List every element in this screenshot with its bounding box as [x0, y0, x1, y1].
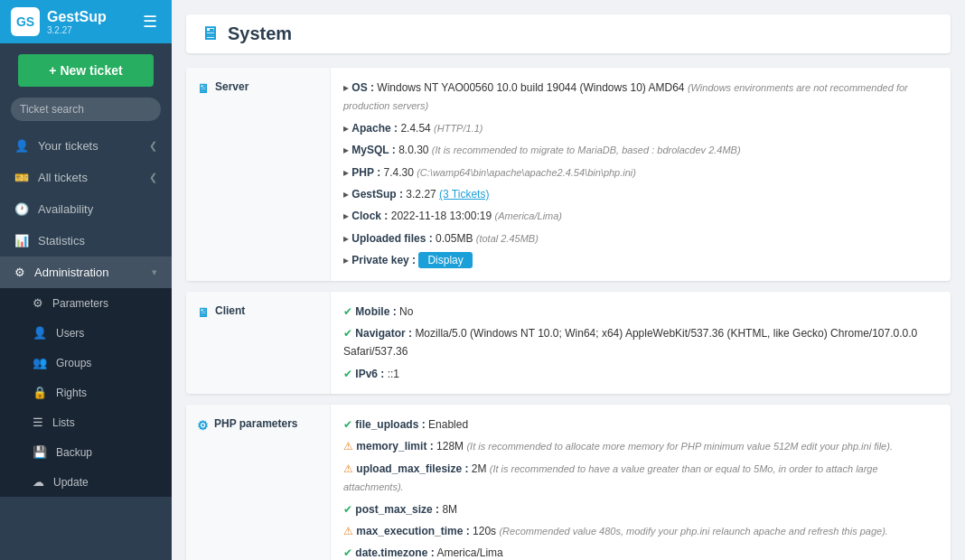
- gestsup-bullet: ▸: [343, 188, 351, 201]
- admin-sub-nav: ⚙ Parameters 👤 Users 👥 Groups 🔒 Rights ☰…: [0, 288, 172, 497]
- uploaded-note: (total 2.45MB): [476, 233, 539, 244]
- app-name: GestSup: [47, 9, 107, 25]
- max-exec-value: 120s: [473, 525, 499, 537]
- page-title-text: System: [228, 23, 292, 44]
- max-exec-key: max_execution_time :: [356, 525, 469, 537]
- sub-nav-update[interactable]: ☁ Update: [0, 467, 172, 497]
- ipv6-ok-icon: ✔: [343, 368, 355, 380]
- post-max-ok: ✔: [343, 503, 355, 516]
- sidebar-title-area: GestSup 3.2.27: [47, 9, 107, 35]
- post-max-value: 8M: [442, 503, 457, 516]
- gestsup-row: ▸ GestSup : 3.2.27 (3 Tickets): [343, 183, 938, 205]
- apache-note: (HTTP/1.1): [434, 123, 482, 134]
- display-key-button[interactable]: Display: [418, 252, 472, 268]
- sidebar-item-all-tickets[interactable]: 🎫 All tickets ❮: [0, 162, 172, 193]
- client-label-text: Client: [215, 304, 245, 317]
- sidebar-item-administration[interactable]: ⚙ Administration ▾: [0, 257, 172, 288]
- sub-nav-parameters[interactable]: ⚙ Parameters: [0, 288, 172, 318]
- upload-max-key: upload_max_filesize :: [356, 462, 468, 475]
- sidebar-item-statistics[interactable]: 📊 Statistics: [0, 225, 172, 257]
- php-bullet: ▸: [343, 166, 351, 179]
- clock-key: Clock :: [351, 210, 388, 222]
- search-input[interactable]: [11, 98, 161, 121]
- php-params-icon: ⚙: [197, 418, 209, 433]
- page-title: 🖥 System: [186, 14, 951, 53]
- lists-icon: ☰: [33, 415, 43, 429]
- server-section: 🖥 Server ▸ OS : Windows NT YAO00560 10.0…: [186, 68, 951, 281]
- sub-nav-lists[interactable]: ☰ Lists: [0, 407, 172, 437]
- private-key-bullet: ▸: [343, 254, 351, 266]
- php-note: (C:\wamp64\bin\apache\apache2.4.54\bin\p…: [417, 167, 636, 178]
- rights-label: Rights: [56, 387, 87, 399]
- file-uploads-value: Enabled: [428, 418, 468, 431]
- server-content: ▸ OS : Windows NT YAO00560 10.0 build 19…: [331, 68, 951, 281]
- upload-max-value: 2M: [472, 462, 490, 475]
- php-params-label: ⚙ PHP parameters: [186, 405, 331, 560]
- backup-icon: 💾: [33, 445, 47, 459]
- sub-nav-backup[interactable]: 💾 Backup: [0, 437, 172, 467]
- chevron-icon: ❮: [149, 172, 157, 183]
- hamburger-button[interactable]: ☰: [139, 8, 161, 35]
- administration-label: Administration: [34, 266, 108, 279]
- navigator-value: Mozilla/5.0 (Windows NT 10.0; Win64; x64…: [343, 327, 917, 358]
- mysql-bullet: ▸: [343, 144, 351, 156]
- upload-max-warn: ⚠: [343, 462, 356, 475]
- php-value: 7.4.30: [383, 166, 417, 179]
- groups-label: Groups: [56, 357, 91, 369]
- sub-nav-users[interactable]: 👤 Users: [0, 318, 172, 348]
- ipv6-key: IPv6 :: [355, 368, 384, 380]
- clock-row: ▸ Clock : 2022-11-18 13:00:19 (America/L…: [343, 205, 938, 227]
- php-params-label-text: PHP parameters: [214, 417, 298, 430]
- uploaded-bullet: ▸: [343, 232, 351, 245]
- sub-nav-groups[interactable]: 👥 Groups: [0, 348, 172, 378]
- your-tickets-icon: 👤: [14, 139, 29, 153]
- timezone-row: ✔ date.timezone : America/Lima: [343, 542, 938, 560]
- all-tickets-icon: 🎫: [14, 171, 29, 184]
- file-uploads-ok: ✔: [343, 418, 355, 431]
- ipv6-row: ✔ IPv6 : ::1: [343, 363, 938, 385]
- apache-value: 2.4.54: [400, 122, 434, 135]
- uploaded-key: Uploaded files :: [351, 232, 432, 245]
- memory-limit-note: (It is recommended to allocate more memo…: [466, 441, 893, 452]
- max-exec-note: (Recommended value 480s, modify your php…: [499, 526, 887, 537]
- logo-icon: GS: [11, 7, 40, 36]
- mobile-row: ✔ Mobile : No: [343, 301, 938, 322]
- new-ticket-button[interactable]: + New ticket: [18, 54, 154, 87]
- memory-limit-warn: ⚠: [343, 440, 356, 453]
- server-label: 🖥 Server: [186, 68, 331, 281]
- mysql-value: 8.0.30: [398, 144, 432, 156]
- mobile-ok-icon: ✔: [343, 305, 355, 318]
- sidebar: GS GestSup 3.2.27 ☰ + New ticket 👤 Your …: [0, 0, 172, 560]
- clock-note: (America/Lima): [494, 210, 562, 221]
- memory-limit-key: memory_limit :: [356, 440, 433, 453]
- uploaded-value: 0.05MB: [436, 232, 476, 245]
- update-label: Update: [53, 476, 89, 489]
- sidebar-logo: GS GestSup 3.2.27: [11, 7, 107, 36]
- rights-icon: 🔒: [33, 386, 47, 399]
- max-exec-warn: ⚠: [343, 525, 356, 537]
- sub-nav-rights[interactable]: 🔒 Rights: [0, 378, 172, 407]
- sidebar-item-your-tickets[interactable]: 👤 Your tickets ❮: [0, 130, 172, 162]
- client-label: 🖥 Client: [186, 292, 331, 395]
- ipv6-value: ::1: [388, 368, 399, 380]
- private-key-row: ▸ Private key : Display: [343, 249, 938, 271]
- os-value: Windows NT YAO00560 10.0 build 19044 (Wi…: [377, 81, 688, 94]
- php-row: ▸ PHP : 7.4.30 (C:\wamp64\bin\apache\apa…: [343, 162, 938, 183]
- tickets-link[interactable]: (3 Tickets): [439, 188, 489, 201]
- post-max-key: post_max_size :: [355, 503, 439, 516]
- sidebar-item-availability[interactable]: 🕐 Availability: [0, 193, 172, 225]
- app-version: 3.2.27: [47, 25, 107, 35]
- navigator-row: ✔ Navigator : Mozilla/5.0 (Windows NT 10…: [343, 322, 938, 363]
- upload-max-row: ⚠ upload_max_filesize : 2M (It is recomm…: [343, 458, 938, 499]
- server-icon: 🖥: [197, 81, 210, 96]
- chevron-icon: ❮: [149, 140, 157, 152]
- parameters-label: Parameters: [52, 297, 108, 310]
- file-uploads-row: ✔ file_uploads : Enabled: [343, 414, 938, 435]
- lists-label: Lists: [52, 416, 75, 429]
- availability-label: Availability: [38, 202, 93, 216]
- availability-icon: 🕐: [14, 202, 29, 216]
- os-row: ▸ OS : Windows NT YAO00560 10.0 build 19…: [343, 77, 938, 117]
- timezone-value: America/Lima: [436, 546, 502, 559]
- apache-bullet: ▸: [343, 122, 351, 135]
- administration-icon: ⚙: [14, 266, 25, 279]
